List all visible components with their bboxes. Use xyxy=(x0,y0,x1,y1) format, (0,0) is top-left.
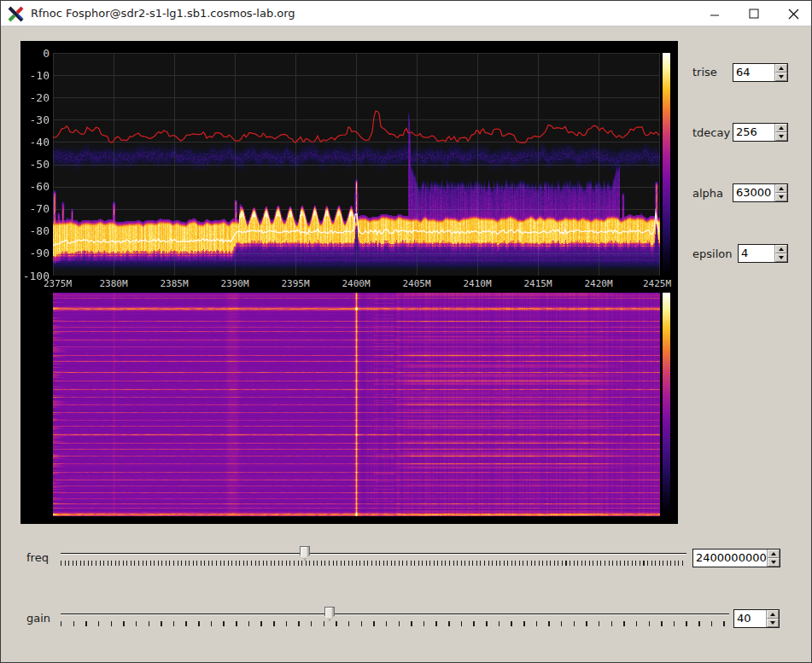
alpha-label: alpha xyxy=(692,187,723,200)
freq-tick-label: 2390M xyxy=(218,279,252,288)
db-tick-label: -90 xyxy=(20,247,50,259)
freq-value[interactable]: 2400000000 xyxy=(693,550,767,567)
tdecay-value[interactable]: 256 xyxy=(733,124,774,141)
freq-tick-label: 2405M xyxy=(400,279,434,288)
db-tick-label: -50 xyxy=(20,159,50,170)
alpha-spinbox[interactable]: 63000 xyxy=(733,183,788,202)
maximize-button[interactable] xyxy=(737,1,771,26)
maximize-icon xyxy=(749,9,759,19)
x11-logo-icon xyxy=(8,6,24,22)
alpha-down-button[interactable] xyxy=(775,193,787,201)
trise-value[interactable]: 64 xyxy=(733,64,774,81)
close-icon xyxy=(788,9,799,20)
freq-slider-ticks xyxy=(61,561,685,566)
db-tick-label: -40 xyxy=(20,137,50,148)
db-tick-label: -20 xyxy=(20,92,50,103)
freq-tick-label: 2400M xyxy=(339,279,373,288)
gain-slider-track[interactable] xyxy=(61,614,729,615)
title-bar[interactable]: Rfnoc Fosphor@sdr2-s1-lg1.sb1.cosmos-lab… xyxy=(1,1,811,26)
trise-down-button[interactable] xyxy=(775,73,787,81)
db-tick-label: -30 xyxy=(20,114,50,125)
freq-slider-handle[interactable] xyxy=(300,546,310,561)
freq-slider-track[interactable] xyxy=(61,553,686,555)
trise-label: trise xyxy=(692,66,717,79)
freq-spinbox[interactable]: 2400000000 xyxy=(692,549,780,567)
freq-up-button[interactable] xyxy=(768,550,780,558)
minimize-button[interactable] xyxy=(698,1,732,26)
epsilon-up-button[interactable] xyxy=(775,245,787,253)
db-tick-label: -10 xyxy=(20,70,50,81)
epsilon-down-button[interactable] xyxy=(775,253,787,262)
alpha-value[interactable]: 63000 xyxy=(733,184,774,201)
minimize-icon xyxy=(710,9,720,19)
freq-tick-label: 2395M xyxy=(278,279,313,288)
gain-down-button[interactable] xyxy=(767,619,779,627)
gain-slider-handle[interactable] xyxy=(324,607,335,621)
spectrum-colorbar xyxy=(663,53,670,276)
tdecay-label: tdecay xyxy=(692,126,730,139)
close-button[interactable] xyxy=(776,1,810,26)
trise-up-button[interactable] xyxy=(775,64,787,73)
gain-up-button[interactable] xyxy=(767,610,779,619)
tdecay-down-button[interactable] xyxy=(775,132,787,141)
gain-value[interactable]: 40 xyxy=(734,610,766,627)
spectrum-display xyxy=(53,53,660,276)
trise-spinbox[interactable]: 64 xyxy=(733,63,788,82)
freq-tick-label: 2415M xyxy=(521,279,555,288)
epsilon-value[interactable]: 4 xyxy=(739,245,774,262)
freq-label: freq xyxy=(26,551,49,564)
db-tick-label: -70 xyxy=(20,203,50,214)
gain-spinbox[interactable]: 40 xyxy=(733,609,780,628)
freq-tick-label: 2380M xyxy=(96,279,131,288)
db-tick-label: -60 xyxy=(20,181,50,192)
freq-down-button[interactable] xyxy=(768,558,780,567)
waterfall-display xyxy=(53,293,660,516)
freq-tick-label: 2420M xyxy=(581,279,616,288)
freq-tick-label: 2425M xyxy=(640,279,675,288)
epsilon-spinbox[interactable]: 4 xyxy=(738,244,788,263)
window-title: Rfnoc Fosphor@sdr2-s1-lg1.sb1.cosmos-lab… xyxy=(31,7,295,20)
gain-label: gain xyxy=(26,612,50,625)
db-tick-label: -80 xyxy=(20,225,50,236)
freq-tick-label: 2375M xyxy=(41,279,75,288)
waterfall-colorbar xyxy=(663,293,670,516)
db-tick-label: 0 xyxy=(20,48,50,59)
fosphor-display-panel: 0-10-20-30-40-50-60-70-80-90-100 2375M23… xyxy=(20,41,678,524)
alpha-up-button[interactable] xyxy=(775,184,787,193)
freq-tick-label: 2385M xyxy=(157,279,191,288)
app-window: Rfnoc Fosphor@sdr2-s1-lg1.sb1.cosmos-lab… xyxy=(0,0,812,663)
freq-tick-label: 2410M xyxy=(460,279,494,288)
tdecay-up-button[interactable] xyxy=(775,124,787,132)
tdecay-spinbox[interactable]: 256 xyxy=(733,123,788,142)
epsilon-label: epsilon xyxy=(692,247,732,260)
gain-slider-ticks xyxy=(61,621,727,626)
